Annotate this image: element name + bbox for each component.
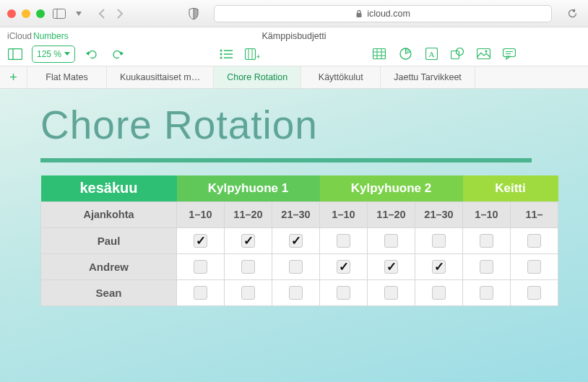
insert-column-icon[interactable]: + [243,45,261,63]
checkbox [337,260,350,274]
sheet-tab-active[interactable]: Chore Rotation [214,66,301,88]
add-sheet-button[interactable]: + [0,66,27,88]
checkbox [337,286,350,300]
svg-marker-35 [506,56,510,59]
redo-icon[interactable] [108,45,127,63]
checkbox [384,260,398,274]
page-title: Chore Rotation [0,102,588,148]
checkbox [432,286,446,300]
checkbox-cell[interactable] [225,253,272,279]
range-header[interactable]: 1–10 [463,201,511,227]
checkbox-cell[interactable] [320,227,368,253]
checkbox [337,234,350,248]
breadcrumb-app[interactable]: iCloud [7,31,32,41]
chart-icon[interactable] [396,45,415,63]
sheet-tab[interactable]: Käyttökulut [301,66,381,88]
list-icon[interactable] [217,45,235,63]
reload-icon[interactable] [563,6,581,22]
checkbox-cell[interactable] [225,279,272,305]
checkbox-cell[interactable] [511,253,558,279]
range-header[interactable]: 1–10 [177,201,225,227]
range-header[interactable]: 21–30 [415,201,463,227]
checkbox-cell[interactable] [272,227,320,253]
forward-button[interactable] [111,6,129,22]
checkbox [432,234,446,248]
checkbox-cell[interactable] [177,253,225,279]
checkbox-cell[interactable] [368,253,415,279]
document-title: Kämppisbudjetti [262,31,327,41]
checkbox-cell[interactable] [511,227,558,253]
checkbox-cell[interactable] [511,279,558,305]
checkbox [289,260,303,274]
checkbox-cell[interactable] [272,279,320,305]
shield-privacy-icon[interactable] [185,6,202,22]
svg-rect-3 [357,13,362,17]
group-header[interactable]: Kylpyhuone 2 [320,175,463,201]
table-icon[interactable] [370,45,389,63]
sheet-tab[interactable]: Kuukausittaiset m… [107,66,214,88]
group-header[interactable]: Keitti [463,175,558,201]
checkbox-cell[interactable] [272,253,320,279]
checkbox-cell[interactable] [368,279,415,305]
checkbox-cell[interactable] [320,279,368,305]
range-header[interactable]: 1–10 [320,201,368,227]
text-icon[interactable]: A [422,45,441,63]
svg-marker-4 [572,9,575,12]
checkbox-cell[interactable] [177,279,225,305]
checkbox [289,286,303,300]
spreadsheet-canvas[interactable]: Chore Rotation kesäkuu Kylpyhuone 1 Kylp… [0,89,588,382]
range-header[interactable]: 11– [511,201,558,227]
svg-rect-32 [477,49,490,59]
row-name[interactable]: Paul [41,227,177,253]
checkbox-cell[interactable] [415,227,463,253]
sheet-tab[interactable]: Flat Mates [27,66,107,88]
group-header[interactable]: Kylpyhuone 1 [177,175,320,201]
checkbox-cell[interactable] [177,227,225,253]
checkbox [527,286,541,300]
undo-icon[interactable] [82,45,101,63]
checkbox-cell[interactable] [320,253,368,279]
row-name[interactable]: Andrew [41,253,177,279]
svg-point-33 [485,51,487,53]
checkbox-cell[interactable] [463,253,511,279]
comment-icon[interactable] [500,45,519,63]
app-toolbar: 125 % + A [0,42,588,66]
checkbox [241,234,255,248]
range-header[interactable]: 11–20 [225,201,272,227]
svg-point-14 [220,56,222,58]
shape-icon[interactable] [448,45,467,63]
range-header[interactable]: 21–30 [272,201,320,227]
breadcrumb-module[interactable]: Numbers [33,31,69,41]
checkbox-cell[interactable] [368,227,415,253]
checkbox-cell[interactable] [225,227,272,253]
checkbox [527,234,541,248]
row-name[interactable]: Sean [41,279,177,305]
svg-rect-34 [503,48,516,56]
checkbox [480,234,493,248]
svg-marker-7 [64,52,70,56]
address-bar[interactable]: icloud.com [214,5,552,22]
month-header[interactable]: kesäkuu [41,175,177,201]
checkbox-cell[interactable] [415,253,463,279]
back-button[interactable] [92,6,110,22]
checkbox [384,286,398,300]
panel-toggle-icon[interactable] [6,45,25,63]
checkbox-cell[interactable] [415,279,463,305]
close-window[interactable] [7,9,16,18]
dropdown-chevron-icon[interactable] [74,6,84,22]
sheet-tab[interactable]: Jaettu Tarvikkeet [381,66,475,88]
svg-point-12 [220,53,222,55]
image-icon[interactable] [474,45,493,63]
svg-text:A: A [428,50,434,58]
checkbox [194,260,207,274]
range-header[interactable]: 11–20 [368,201,415,227]
zoom-selector[interactable]: 125 % [32,45,75,63]
subhead-label[interactable]: Ajankohta [41,201,177,227]
chore-table[interactable]: kesäkuu Kylpyhuone 1 Kylpyhuone 2 Keitti… [40,175,558,306]
checkbox-cell[interactable] [463,279,511,305]
sidebar-toggle-icon[interactable] [51,6,68,22]
chevron-down-icon [64,52,70,56]
zoom-window[interactable] [36,9,45,18]
checkbox-cell[interactable] [463,227,511,253]
minimize-window[interactable] [22,9,30,18]
